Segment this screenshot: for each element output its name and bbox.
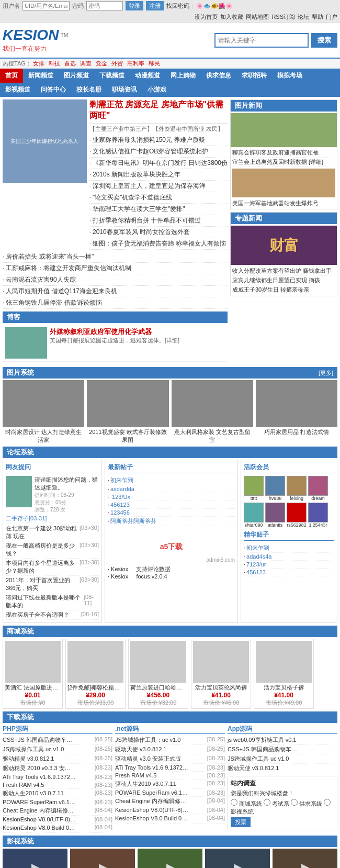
member-dream[interactable]: dream (308, 476, 328, 501)
list-item[interactable]: 深圳海上皇富主人，建皇宜是为保存海洋 (89, 181, 228, 192)
list-item[interactable]: 初来乍到 (244, 543, 334, 553)
pic-system-more[interactable]: [更多] (319, 369, 333, 377)
pic-img-4[interactable] (256, 380, 337, 427)
special-news-item[interactable]: 收入分配改革方案有望出炉 赚钱拿出手 (232, 266, 335, 276)
list-item[interactable]: ·123/Ux (108, 493, 235, 501)
list-item[interactable]: POWARE SuperRam v6.11.24.2008[08-23] (3, 798, 112, 806)
list-item[interactable]: Fresh RAM v4.5[08-23] (115, 772, 225, 780)
list-item[interactable]: KesionEshop V8.0(UTF-8) Build[08-04] (115, 806, 225, 814)
list-item[interactable]: JS跨域操作工具 uc v1.0[08-25] (3, 745, 112, 754)
list-item[interactable]: 456123 (244, 569, 334, 576)
hot-tag-5[interactable]: 党金 (96, 60, 107, 66)
special-news-item[interactable]: 成威王子30岁生日 转摘亲母亲 (232, 285, 335, 294)
nav-game[interactable]: 小游戏 (142, 83, 172, 97)
portal-link[interactable]: 门户 (326, 13, 337, 21)
list-item[interactable]: KesionEshop V8.0 Build 0009免费[08-04] (3, 824, 112, 833)
list-item[interactable]: 云南泥石流灾害90人失踪 (3, 274, 228, 286)
video-thumb-5[interactable]: ▶ (273, 849, 337, 868)
nav-home[interactable]: 首页 (0, 69, 23, 83)
help-link[interactable]: 帮助 (312, 13, 323, 21)
list-item[interactable]: 现在买房子合不合适啊？[08-16] (6, 610, 99, 620)
nav-news[interactable]: 新闻频道 (23, 69, 59, 83)
photo-news-item[interactable]: 审兰会上逃离然及回时新数据 [详细] (232, 158, 335, 167)
list-item[interactable]: 驱动精灵 2010 v0.3.3 安装正式版[08-23] (3, 764, 112, 773)
nav-exam[interactable]: 模拟考场 (272, 69, 308, 83)
list-item[interactable]: 阿斯蒂芬阿斯蒂芬 (108, 517, 235, 526)
list-item[interactable]: 2011年，对于首次置业的366元，购买[03>30] (6, 576, 99, 593)
search-input[interactable] (214, 33, 309, 48)
list-item[interactable]: 文化感认信推广卡超OB穿容管理系统相护 (89, 146, 228, 158)
video-thumb-4[interactable]: ▶ (205, 849, 270, 868)
photo-news-item[interactable]: 聊宾会辞职客及政府逮捕高官领袖 (232, 148, 335, 158)
member-feixing[interactable]: feixing (287, 476, 307, 501)
list-item[interactable]: 本项目内有多个星道远离多少？据新的[03>30] (6, 559, 99, 576)
list-item[interactable]: 驱动天使 v3.0.812.1 (228, 764, 337, 773)
list-item[interactable]: JS跨域操作工具 uc v1.0 (228, 754, 337, 764)
hot-tag-1[interactable]: 女排 (33, 60, 44, 66)
nav-qa[interactable]: 问答中心 (36, 83, 71, 97)
video-thumb-1[interactable]: ▶ (3, 849, 67, 868)
list-item[interactable]: 7123/ur (244, 561, 334, 569)
member-1i254[interactable]: 1i25443r (308, 503, 328, 528)
add-fav-link[interactable]: 加入收藏 (220, 13, 243, 21)
pic-img-1[interactable] (3, 380, 84, 427)
list-item[interactable]: 细图：孩子货无福消费告奋蹄 称幸福女人有烦恼 (89, 238, 228, 250)
sitemap-link[interactable]: 网站地图 (246, 13, 269, 21)
nav-job[interactable]: 求职招聘 (236, 69, 272, 83)
list-item[interactable]: 456123 (108, 501, 235, 509)
pic-img-2[interactable] (87, 380, 168, 427)
list-item[interactable]: 张三角钢铁几届停滞 借款诉讼烦恼 (3, 297, 228, 309)
list-item[interactable]: 驱动人生2010 v3.0,7.11[08-23] (115, 780, 225, 789)
member-shtar[interactable]: shtar090 (244, 503, 264, 528)
list-item[interactable]: 现在一般高档房价是是多少钱？[03>30] (6, 541, 99, 559)
nav-download[interactable]: 下载频道 (94, 69, 130, 83)
survey-option-2[interactable]: 考试系 (264, 800, 289, 807)
list-item[interactable]: ATi Tray Tools v1.6.9.1372 Bet[08-23] (3, 773, 112, 781)
list-item[interactable]: 驱动人生2010 v3.0.7.11[08-23] (3, 789, 112, 798)
list-item[interactable]: 业家称养准母头消损耗150元 养难户质疑 (89, 135, 228, 146)
shop-item-3[interactable]: 荷兰原装进口哈哈哈爱迪 ¥456.00 市场价:¥32.00 (128, 639, 188, 709)
list-item[interactable]: 《新华每日电讯》明年在京门发行 日销达3800份 (89, 158, 228, 169)
nav-supply[interactable]: 供求信息 (201, 69, 236, 83)
list-item[interactable]: 请问过下线在最新版本是哪个版本的[08-11] (6, 593, 99, 610)
rss-link[interactable]: RSS订阅 (271, 13, 295, 21)
shop-item-4[interactable]: 活力宝贝英伦风尚裤 ¥41.00 市场价:¥46.00 (191, 639, 251, 709)
username-input[interactable] (22, 1, 70, 10)
list-item[interactable]: 打折季教你精明台拼 十件单品不可错过 (89, 215, 228, 227)
list-item[interactable]: 驱动精灵 v3.0 安装正式版[08-23] (115, 754, 225, 764)
hot-tag-6[interactable]: 外贸 (111, 60, 123, 66)
login-button[interactable]: 登录 (126, 1, 143, 10)
hot-tag-3[interactable]: 首选 (64, 60, 76, 66)
member-rs562[interactable]: rs562982 (287, 503, 307, 528)
list-item[interactable]: 初来乍到 (108, 476, 235, 485)
list-item[interactable]: 房价若抬头 或将迎来"当头一棒" (3, 251, 228, 263)
list-item[interactable]: 123456 (108, 509, 235, 517)
nav-career[interactable]: 职场资讯 (107, 83, 142, 97)
list-item[interactable]: adad4s4a (244, 553, 334, 561)
list-item[interactable]: 华南理工大学在读大三学生"爱排" (89, 204, 228, 215)
list-item[interactable]: 人民币短期升值 借道Q117海金迎来良机 (3, 286, 228, 297)
list-item[interactable]: CSS+JS 韩国商品购物车列表展示特[08-25] (3, 736, 112, 745)
survey-button[interactable]: 投票 (231, 817, 251, 827)
password-input[interactable] (86, 1, 123, 10)
get-pass-link[interactable]: 找回密码 (166, 2, 189, 10)
search-button[interactable]: 搜索 (311, 33, 337, 48)
hot-tag-4[interactable]: 调查 (80, 60, 92, 66)
list-item[interactable]: 2010春夏军装风 时尚女控首选外套 (89, 227, 228, 238)
list-item[interactable]: KesionEshop V8.0 Build 0835免费[08-04] (115, 814, 225, 824)
list-item[interactable]: 驱动精灵 v3.0.812.1[08-25] (3, 754, 112, 764)
hot-tag-8[interactable]: 移民 (149, 60, 160, 66)
news-hero-title[interactable]: 剩需正范 房源充足 房地产市场"供需两旺" (89, 99, 228, 124)
nav-video[interactable]: 影视频道 (0, 83, 36, 97)
member-hv888[interactable]: hv888 (265, 476, 285, 501)
nav-shop[interactable]: 网上购物 (165, 69, 201, 83)
register-button[interactable]: 注册 (146, 1, 164, 10)
list-item[interactable]: ATi Tray Tools v1.6.9.1372 Bet[08-23] (115, 764, 225, 772)
list-item[interactable]: 2010s 新闻出版改革块决胜之年 (89, 169, 228, 181)
list-item[interactable]: KesionEshop V8.0(UTF-8) Build[08-04] (3, 816, 112, 824)
member-atlantis[interactable]: atlantis (265, 503, 285, 528)
pic-img-3[interactable] (172, 380, 253, 427)
forum-link[interactable]: 论坛 (298, 13, 309, 21)
list-item[interactable]: Fresh RAM v4.5[08-23] (3, 781, 112, 789)
photo-news-item[interactable]: 美国一海军基地武器站发生爆炸号 (232, 199, 335, 208)
